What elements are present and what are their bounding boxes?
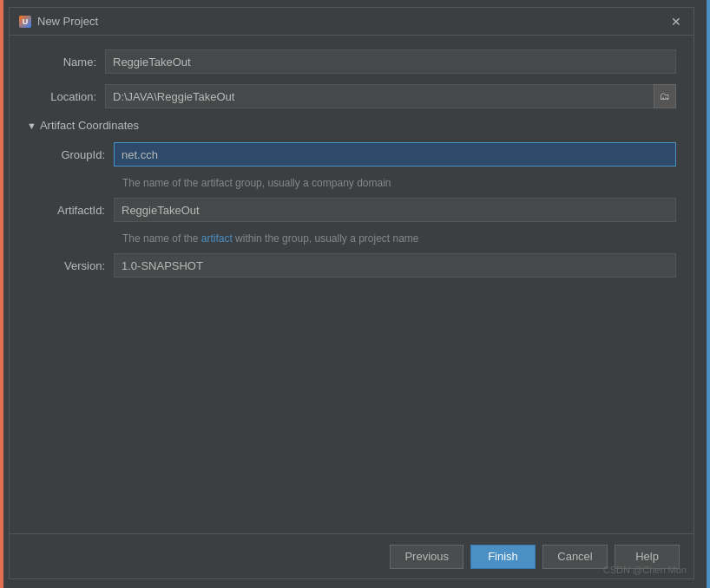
name-label: Name: xyxy=(27,56,105,69)
groupid-input[interactable] xyxy=(114,142,676,167)
cancel-button[interactable]: Cancel xyxy=(542,545,608,569)
title-bar: U New Project ✕ xyxy=(10,8,694,36)
finish-button[interactable]: Finish xyxy=(470,545,536,569)
left-accent xyxy=(0,0,3,588)
artifactid-label: ArtifactId: xyxy=(36,204,114,217)
version-row: Version: xyxy=(36,253,676,278)
watermark: CSDN @Chen Mon xyxy=(603,565,687,575)
version-input[interactable] xyxy=(114,253,676,278)
location-label: Location: xyxy=(27,90,105,103)
groupid-label: GroupId: xyxy=(36,148,114,161)
location-wrapper: 🗂 xyxy=(105,84,676,108)
section-title: Artifact Coordinates xyxy=(40,119,139,132)
groupid-row: GroupId: xyxy=(36,142,676,167)
artifactid-input[interactable] xyxy=(114,198,676,222)
groupid-hint: The name of the artifact group, usually … xyxy=(122,177,676,189)
artifactid-row: ArtifactId: xyxy=(36,198,676,222)
browse-button[interactable]: 🗂 xyxy=(654,84,676,108)
folder-icon: 🗂 xyxy=(660,90,670,102)
artifactid-hint: The name of the artifact within the grou… xyxy=(122,232,676,245)
location-row: Location: 🗂 xyxy=(27,84,676,108)
right-accent xyxy=(707,0,710,588)
intellij-icon: U xyxy=(18,15,32,29)
artifact-section-header: ▼ Artifact Coordinates xyxy=(27,119,676,132)
dialog-content: Name: Location: 🗂 ▼ Artifact Coordinates xyxy=(10,36,694,302)
artifactid-hint-plain: The name of the xyxy=(122,232,201,245)
artifactid-hint-link: artifact xyxy=(201,232,233,245)
name-row: Name: xyxy=(27,49,676,74)
section-toggle-icon[interactable]: ▼ xyxy=(27,121,36,131)
close-button[interactable]: ✕ xyxy=(667,14,685,29)
dialog-footer: Previous Finish Cancel Help xyxy=(10,533,694,578)
artifactid-hint-suffix: within the group, usually a project name xyxy=(233,232,419,245)
name-input[interactable] xyxy=(105,49,676,74)
previous-button[interactable]: Previous xyxy=(390,545,463,569)
title-bar-left: U New Project xyxy=(18,15,98,29)
dialog-title: New Project xyxy=(37,15,98,28)
version-label: Version: xyxy=(36,259,114,272)
section-content: GroupId: The name of the artifact group,… xyxy=(27,142,676,278)
new-project-dialog: U New Project ✕ Name: Location: 🗂 xyxy=(9,7,694,579)
location-input[interactable] xyxy=(105,84,676,108)
